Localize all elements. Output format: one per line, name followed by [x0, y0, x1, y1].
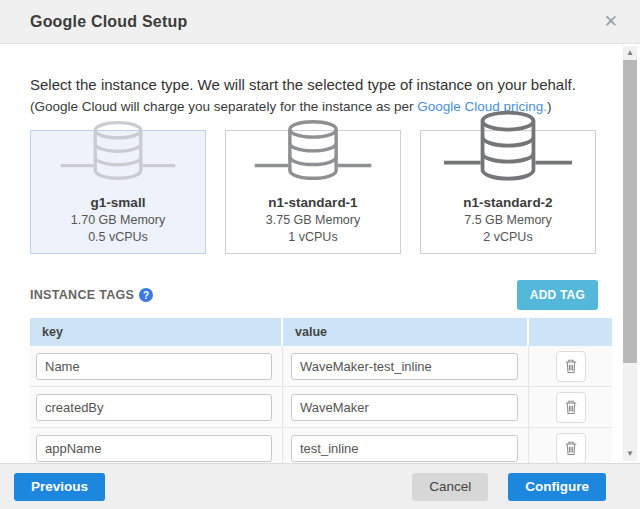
- column-header-key: key: [30, 318, 281, 346]
- delete-tag-button[interactable]: [556, 392, 586, 423]
- scrollbar-down-icon[interactable]: ▼: [626, 447, 634, 461]
- cancel-button[interactable]: Cancel: [412, 473, 488, 501]
- instance-tags-bar: INSTANCE TAGS ? ADD TAG: [30, 280, 612, 310]
- tag-value-input[interactable]: [291, 435, 518, 462]
- configure-button[interactable]: Configure: [508, 473, 606, 501]
- close-icon[interactable]: ✕: [600, 9, 622, 34]
- instance-name: g1-small: [91, 195, 146, 210]
- previous-button[interactable]: Previous: [14, 473, 105, 501]
- google-cloud-setup-dialog: Google Cloud Setup ✕ Select the instance…: [0, 0, 640, 509]
- dialog-footer: Previous Cancel Configure: [0, 463, 640, 509]
- instance-name: n1-standard-2: [463, 195, 552, 210]
- scrollbar-thumb[interactable]: [623, 60, 637, 363]
- database-icon: [31, 115, 205, 193]
- instance-card-g1-small[interactable]: g1-small 1.70 GB Memory 0.5 vCPUs: [30, 130, 206, 254]
- intro-text: Select the instance type. We will start …: [30, 76, 612, 93]
- trash-icon: [564, 440, 578, 456]
- dialog-header: Google Cloud Setup ✕: [0, 0, 640, 44]
- delete-tag-button[interactable]: [556, 351, 586, 382]
- table-header-row: key value: [30, 318, 612, 346]
- scrollbar-up-icon[interactable]: ▲: [626, 46, 634, 60]
- dialog-title: Google Cloud Setup: [30, 13, 600, 31]
- instance-vcpus: 0.5 vCPUs: [88, 230, 148, 244]
- trash-icon: [564, 358, 578, 374]
- instance-memory: 3.75 GB Memory: [266, 213, 360, 227]
- table-row: [30, 346, 612, 387]
- database-icon: [421, 106, 595, 193]
- column-header-value: value: [283, 318, 527, 346]
- vertical-scrollbar[interactable]: ▲ ▼: [623, 46, 637, 461]
- table-row: [30, 387, 612, 428]
- tag-value-input[interactable]: [291, 353, 518, 380]
- tag-key-input[interactable]: [36, 394, 272, 421]
- database-icon: [226, 114, 400, 193]
- tag-key-input[interactable]: [36, 353, 272, 380]
- instance-memory: 1.70 GB Memory: [71, 213, 165, 227]
- table-row: [30, 428, 612, 463]
- instance-memory: 7.5 GB Memory: [464, 213, 552, 227]
- delete-tag-button[interactable]: [556, 433, 586, 464]
- tag-value-input[interactable]: [291, 394, 518, 421]
- help-icon[interactable]: ?: [139, 288, 153, 302]
- pricing-note-prefix: (Google Cloud will charge you separately…: [30, 99, 417, 114]
- instance-card-n1-standard-2[interactable]: n1-standard-2 7.5 GB Memory 2 vCPUs: [420, 130, 596, 254]
- instance-type-list: g1-small 1.70 GB Memory 0.5 vCPUs n1-sta…: [30, 130, 612, 254]
- add-tag-button[interactable]: ADD TAG: [517, 280, 598, 310]
- instance-vcpus: 2 vCPUs: [483, 230, 532, 244]
- tag-key-input[interactable]: [36, 435, 272, 462]
- instance-tags-label: INSTANCE TAGS: [30, 288, 134, 302]
- instance-name: n1-standard-1: [268, 195, 357, 210]
- instance-vcpus: 1 vCPUs: [288, 230, 337, 244]
- trash-icon: [564, 399, 578, 415]
- instance-tags-table: key value: [30, 318, 612, 463]
- instance-card-n1-standard-1[interactable]: n1-standard-1 3.75 GB Memory 1 vCPUs: [225, 130, 401, 254]
- dialog-body: Select the instance type. We will start …: [0, 44, 640, 463]
- column-header-actions: [529, 318, 612, 346]
